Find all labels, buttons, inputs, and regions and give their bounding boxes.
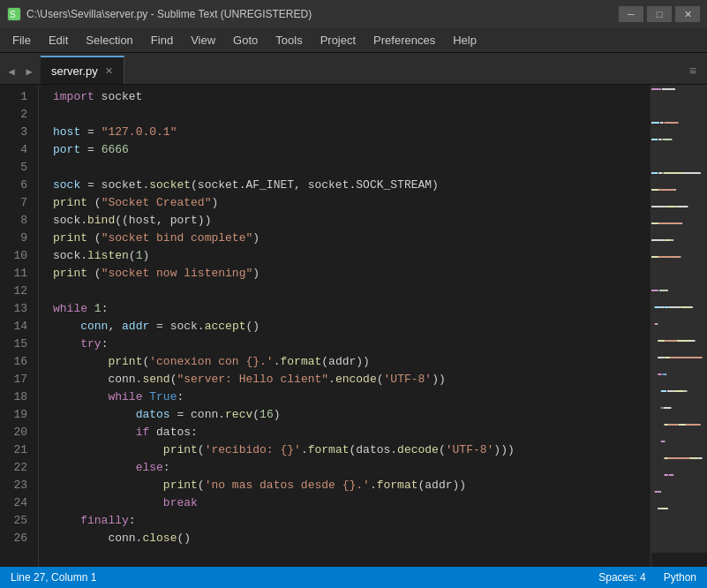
line-number: 23 (7, 477, 27, 494)
menu-help[interactable]: Help (444, 28, 485, 52)
menu-project[interactable]: Project (312, 28, 365, 52)
line-number: 16 (7, 353, 27, 371)
line-number: 13 (7, 300, 27, 318)
line-number: 12 (7, 283, 27, 300)
status-right: Spaces: 4 Python (598, 571, 696, 584)
line-number: 2 (7, 106, 27, 124)
code-line-1: import socket (53, 88, 651, 106)
code-line-19: datos = conn.recv(16) (53, 406, 651, 424)
code-line-17: conn.send("server: Hello client".encode(… (53, 371, 651, 388)
line-number: 24 (7, 494, 27, 512)
app-icon: S (7, 7, 21, 21)
code-line-23: print('no mas datos desde {}.'.format(ad… (53, 477, 651, 494)
code-line-18: while True: (53, 388, 651, 406)
minimize-button[interactable]: ─ (619, 6, 643, 22)
tab-server-py[interactable]: server.py ✕ (41, 56, 124, 84)
line-numbers: 1 2 3 4 5 6 7 8 9 10 11 12 13 14 15 16 1… (0, 85, 39, 567)
line-number: 21 (7, 441, 27, 459)
line-number: 18 (7, 388, 27, 406)
editor: 1 2 3 4 5 6 7 8 9 10 11 12 13 14 15 16 1… (0, 85, 707, 567)
line-number: 3 (7, 124, 27, 141)
menu-edit[interactable]: Edit (40, 28, 77, 52)
window-controls: ─ □ ✕ (619, 6, 700, 22)
line-number: 8 (7, 212, 27, 230)
status-spaces[interactable]: Spaces: 4 (598, 571, 645, 584)
svg-text:S: S (10, 10, 16, 19)
code-line-25: finally: (53, 512, 651, 530)
code-line-12 (53, 283, 651, 300)
statusbar: Line 27, Column 1 Spaces: 4 Python (0, 567, 707, 588)
code-line-7: print ("Socket Created") (53, 194, 651, 212)
tab-nav-left[interactable]: ◀ (4, 59, 19, 84)
tab-close-button[interactable]: ✕ (105, 65, 113, 77)
line-number: 6 (7, 177, 27, 194)
menu-selection[interactable]: Selection (77, 28, 141, 52)
line-number: 26 (7, 530, 27, 547)
code-line-3: host = "127.0.0.1" (53, 124, 651, 141)
line-number: 19 (7, 406, 27, 424)
code-line-5 (53, 159, 651, 177)
line-number: 10 (7, 247, 27, 265)
menu-find[interactable]: Find (142, 28, 182, 52)
code-line-6: sock = socket.socket(socket.AF_INET, soc… (53, 177, 651, 194)
code-line-11: print ("socket now listening") (53, 265, 651, 283)
code-line-22: else: (53, 459, 651, 477)
menu-preferences[interactable]: Preferences (365, 28, 444, 52)
tab-label: server.py (51, 64, 98, 78)
code-line-16: print('conexion con {}.'.format(addr)) (53, 353, 651, 371)
line-number: 9 (7, 230, 27, 247)
line-number: 1 (7, 88, 27, 106)
menu-goto[interactable]: Goto (224, 28, 267, 52)
close-button[interactable]: ✕ (675, 6, 700, 22)
code-line-20: if datos: (53, 424, 651, 441)
code-line-4: port = 6666 (53, 141, 651, 159)
menu-file[interactable]: File (4, 28, 40, 52)
code-line-8: sock.bind((host, port)) (53, 212, 651, 230)
line-number: 15 (7, 335, 27, 353)
menu-tools[interactable]: Tools (267, 28, 311, 52)
code-line-26: conn.close() (53, 530, 651, 547)
code-line-14: conn, addr = sock.accept() (53, 318, 651, 335)
tab-nav-right[interactable]: ▶ (21, 59, 37, 84)
tab-scroll-right[interactable]: ≡ (682, 59, 703, 84)
status-position: Line 27, Column 1 (11, 571, 598, 584)
line-number: 22 (7, 459, 27, 477)
code-line-15: try: (53, 335, 651, 353)
menubar: File Edit Selection Find View Goto Tools… (0, 28, 707, 53)
line-number: 4 (7, 141, 27, 159)
code-line-21: print('recibido: {}'.format(datos.decode… (53, 441, 651, 459)
code-area[interactable]: import socket host = "127.0.0.1" port = … (39, 85, 651, 567)
line-number: 14 (7, 318, 27, 335)
line-number: 17 (7, 371, 27, 388)
line-number: 11 (7, 265, 27, 283)
line-number: 25 (7, 512, 27, 530)
minimap-canvas (651, 85, 707, 553)
code-line-13: while 1: (53, 300, 651, 318)
status-language[interactable]: Python (664, 571, 696, 584)
line-number: 7 (7, 194, 27, 212)
titlebar: S C:\Users\Sevilla\server.py - Sublime T… (0, 0, 707, 28)
tab-nav-arrows: ◀ ▶ (4, 59, 37, 84)
code-line-9: print ("socket bind complete") (53, 230, 651, 247)
minimap (651, 85, 707, 567)
maximize-button[interactable]: □ (647, 6, 672, 22)
line-number: 20 (7, 424, 27, 441)
line-number: 5 (7, 159, 27, 177)
tabbar: ◀ ▶ server.py ✕ ≡ (0, 53, 707, 85)
menu-view[interactable]: View (182, 28, 224, 52)
code-line-10: sock.listen(1) (53, 247, 651, 265)
code-line-2 (53, 106, 651, 124)
code-line-24: break (53, 494, 651, 512)
window-title: C:\Users\Sevilla\server.py - Sublime Tex… (26, 8, 613, 20)
